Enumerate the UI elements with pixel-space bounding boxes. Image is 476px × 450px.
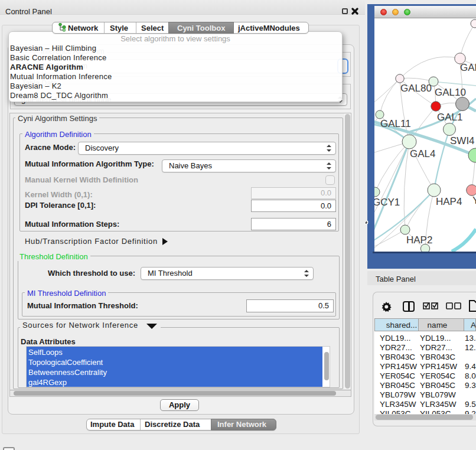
- svg-text:SWI4: SWI4: [450, 135, 475, 146]
- svg-text:Y: Y: [472, 195, 476, 206]
- svg-text:GAL4: GAL4: [410, 148, 435, 159]
- svg-text:GAL11: GAL11: [380, 118, 411, 129]
- svg-text:GAL80: GAL80: [400, 83, 432, 94]
- svg-text:HAP2: HAP2: [406, 234, 432, 246]
- svg-text:GAL2: GAL2: [460, 62, 476, 73]
- svg-text:GCY1: GCY1: [374, 197, 400, 208]
- svg-text:GAL10: GAL10: [435, 87, 466, 98]
- svg-text:HAP4: HAP4: [436, 196, 462, 207]
- svg-text:GAL1: GAL1: [437, 112, 462, 123]
